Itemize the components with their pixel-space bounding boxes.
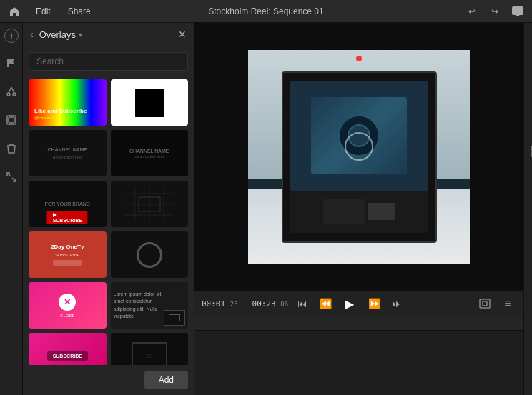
timeline-menu-button[interactable]: ≡ <box>499 295 516 312</box>
controls-bar: 00:01 26 00:23 06 ⏮ ⏪ ▶ ⏩ ⏭ ≡ <box>194 291 523 316</box>
sequence-title: Stockholm Reel: Sequence 01 <box>208 6 323 16</box>
panel-footer: Add <box>23 365 194 395</box>
panel-close-button[interactable]: ✕ <box>178 29 187 40</box>
share-menu[interactable]: Share <box>64 5 95 18</box>
overlay-item[interactable] <box>111 231 189 278</box>
redo-button[interactable]: ↪ <box>486 3 503 20</box>
trash-icon[interactable] <box>3 140 20 157</box>
overlay-item[interactable]: ✕ CLOSE <box>29 282 107 329</box>
top-bar-left: Edit Share <box>6 3 95 20</box>
video-frame <box>248 50 470 264</box>
svg-rect-17 <box>483 301 487 306</box>
face-icon[interactable] <box>528 114 533 131</box>
svg-rect-6 <box>9 117 14 123</box>
resize-icon[interactable] <box>3 169 20 186</box>
overlay-item[interactable]: □ <box>111 333 189 365</box>
grid-icon[interactable] <box>528 143 533 160</box>
skip-back-button[interactable]: ⏪ <box>317 295 334 312</box>
audio-track-row: ♪ ♪ Lofi Hip Hop Raindrops Full <box>194 362 523 394</box>
svg-rect-0 <box>7 59 9 67</box>
upload-icon[interactable] <box>528 29 533 46</box>
overlay-item[interactable]: CHANNEL NAMEdescription text <box>111 130 189 176</box>
effects-icon[interactable] <box>528 57 533 74</box>
overlay-item[interactable]: Like and Subscribe @channel <box>29 79 107 126</box>
cut-icon[interactable] <box>3 83 20 100</box>
skip-to-end-button[interactable]: ⏭ <box>388 295 405 312</box>
skip-forward-button[interactable]: ⏩ <box>365 295 383 312</box>
svg-point-1 <box>7 93 10 96</box>
overlay-item[interactable] <box>111 79 189 126</box>
skip-to-start-button[interactable]: ⏮ <box>294 295 311 312</box>
overlay-item[interactable] <box>111 181 189 227</box>
lock-icon[interactable] <box>528 86 533 103</box>
overlay-item[interactable]: SUBSCRIBE <box>29 333 107 365</box>
comment-button[interactable] <box>509 3 526 20</box>
total-time: 00:23 06 <box>252 299 289 309</box>
layers-icon[interactable] <box>3 111 20 129</box>
timeline-ruler: 0 5 10 15 20 <box>194 316 523 331</box>
current-time: 00:01 26 <box>202 299 238 309</box>
play-button[interactable]: ▶ <box>340 294 360 314</box>
overlay-item[interactable]: CHANNEL NAMEdescription text <box>29 130 107 176</box>
overlay-item[interactable]: 2Day OneTv SUBSCRIBE <box>29 231 107 278</box>
play-overlay-icon <box>345 132 373 161</box>
overlay-item[interactable]: FOR YOUR BRAND ▶ SUBSCRIBE <box>29 181 107 227</box>
video-track-row <box>194 331 523 362</box>
recording-indicator <box>356 56 362 61</box>
main-content: ＋ ‹ <box>0 23 532 395</box>
left-sidebar: ＋ <box>0 23 23 395</box>
search-input[interactable] <box>29 52 188 71</box>
expand-button[interactable] <box>476 295 493 312</box>
panel-title[interactable]: Overlays ▾ <box>39 29 172 40</box>
add-media-button[interactable]: ＋ <box>4 29 19 43</box>
transform-icon[interactable] <box>528 171 533 189</box>
overlay-item[interactable]: Lorem ipsum dolor sitamet consecteturadi… <box>111 282 189 329</box>
timeline-area: 0 5 10 15 20 <box>194 316 523 395</box>
timeline-tracks: ♪ ♪ Lofi Hip Hop Raindrops Full <box>194 331 523 395</box>
svg-point-2 <box>13 93 16 96</box>
top-bar: Edit Share Stockholm Reel: Sequence 01 ↩… <box>0 0 532 23</box>
flag-icon[interactable] <box>3 54 20 71</box>
overlays-panel: ‹ Overlays ▾ ✕ Like and Subscribe @chann… <box>23 23 194 395</box>
top-bar-right: ↩ ↪ <box>463 3 526 20</box>
svg-rect-16 <box>480 299 490 308</box>
undo-button[interactable]: ↩ <box>463 3 481 20</box>
preview-area: 00:01 26 00:23 06 ⏮ ⏪ ▶ ⏩ ⏭ ≡ <box>194 23 523 395</box>
add-overlay-button[interactable]: Add <box>144 371 188 389</box>
svg-line-4 <box>11 87 14 93</box>
panel-back-button[interactable]: ‹ <box>30 29 34 40</box>
home-icon[interactable] <box>6 3 23 20</box>
edit-menu[interactable]: Edit <box>31 5 55 18</box>
right-sidebar <box>523 23 532 395</box>
panel-header: ‹ Overlays ▾ ✕ <box>23 23 194 46</box>
svg-line-3 <box>9 87 11 93</box>
overlay-grid: Like and Subscribe @channel CHANNEL NAME… <box>23 76 194 365</box>
video-preview <box>194 23 523 291</box>
